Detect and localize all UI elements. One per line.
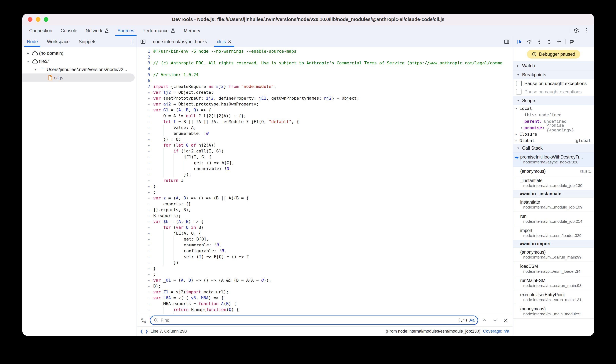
collapse-navigator-icon[interactable]: [138, 37, 148, 46]
code-line[interactable]: -}) : Q;: [137, 136, 513, 142]
code-line[interactable]: -return I: [137, 177, 513, 183]
code-line[interactable]: -B.exports);: [137, 213, 513, 219]
line-number[interactable]: 4: [137, 66, 153, 72]
code-line[interactable]: 5// Version: 1.0.24: [137, 72, 513, 78]
code-line[interactable]: -var z = (A, B) => () => (B || A((B = {: [137, 195, 513, 201]
code-line[interactable]: -enumerable: !0: [137, 166, 513, 172]
line-number[interactable]: -: [137, 289, 153, 295]
callstack-frame[interactable]: loadESMnode:internal/p.../esm_loader:34: [513, 262, 594, 276]
line-number[interactable]: -: [137, 213, 153, 219]
code-line[interactable]: -exports: {}: [137, 201, 513, 207]
code-line[interactable]: -});: [137, 172, 513, 177]
code-lines[interactable]: 1#!/usr/bin/env -S node --no-warnings --…: [137, 47, 513, 314]
callstack-section-header[interactable]: ▾Call Stack: [513, 144, 594, 153]
zoom-window-button[interactable]: [44, 17, 48, 22]
callstack-frame[interactable]: _instantiatenode:internal/m...module_job…: [513, 176, 594, 190]
code-line[interactable]: -;: [137, 271, 513, 277]
callstack-frame[interactable]: importnode:internal/m...esm/loader:329: [513, 226, 594, 240]
line-number[interactable]: -: [137, 236, 153, 242]
code-line[interactable]: -let I = B || !A || !A.__esModule ? jE1(…: [137, 119, 513, 125]
minimize-window-button[interactable]: [36, 17, 40, 22]
callstack-frame[interactable]: (anonymous)node:internal/m...main_module…: [513, 304, 594, 319]
line-number[interactable]: -: [137, 101, 153, 107]
step-out-icon[interactable]: [545, 38, 554, 46]
navigator-tab-workspace[interactable]: Workspace: [42, 36, 74, 47]
code-line[interactable]: -M6A.exports = function A(B) {: [137, 301, 513, 307]
code-line[interactable]: -}: [137, 183, 513, 189]
code-line[interactable]: -get: () => A[G],: [137, 160, 513, 166]
close-find-bar-icon[interactable]: [501, 316, 510, 325]
step-into-icon[interactable]: [535, 38, 544, 46]
line-number[interactable]: -: [137, 125, 153, 130]
code-line[interactable]: -get: B[Q],: [137, 236, 513, 242]
disclosure-triangle-icon[interactable]: ▾: [33, 67, 39, 72]
close-tab-icon[interactable]: ×: [228, 39, 231, 44]
code-line[interactable]: -}).exports, B),: [137, 207, 513, 213]
line-number[interactable]: -: [137, 160, 153, 166]
tree-item--no-domain-[interactable]: ▸(no domain): [22, 49, 137, 57]
code-line[interactable]: -jE1(I, G, {: [137, 154, 513, 160]
deactivate-breakpoints-icon[interactable]: [567, 38, 576, 46]
step-over-icon[interactable]: [525, 38, 534, 46]
line-number[interactable]: -: [137, 154, 153, 160]
line-number[interactable]: 1: [137, 48, 153, 54]
code-line[interactable]: 6: [137, 78, 513, 84]
find-next-icon[interactable]: [491, 316, 499, 325]
disclosure-triangle-icon[interactable]: ▸: [519, 126, 524, 130]
pause-caught-exceptions-row[interactable]: Pause on caught exceptions: [513, 88, 594, 96]
code-line[interactable]: -var G1 = (A, B, Q) => {: [137, 107, 513, 113]
line-number[interactable]: -: [137, 230, 153, 236]
line-number[interactable]: -: [137, 277, 153, 283]
settings-gear-icon[interactable]: [572, 26, 581, 35]
line-number[interactable]: -: [137, 189, 153, 195]
code-line[interactable]: -set: (I) => B[Q] = () => I: [137, 254, 513, 260]
tab-console[interactable]: Console: [56, 25, 81, 36]
tree-item-file-[interactable]: ▾file://: [22, 57, 137, 65]
navigator-tab-snippets[interactable]: Snippets: [74, 36, 101, 47]
callstack-frame[interactable]: runnode:internal/m...module_job:214: [513, 212, 594, 226]
disclosure-triangle-icon[interactable]: ▾: [513, 106, 519, 110]
line-number[interactable]: -: [137, 219, 153, 224]
line-number[interactable]: -: [137, 136, 153, 142]
line-number[interactable]: -: [137, 260, 153, 266]
disclosure-triangle-icon[interactable]: ▾: [25, 59, 31, 64]
callstack-frame[interactable]: runMainESMnode:internal/m...es/run_main:…: [513, 276, 594, 290]
line-number[interactable]: 6: [137, 78, 153, 84]
line-number[interactable]: -: [137, 201, 153, 207]
line-number[interactable]: -: [137, 301, 153, 307]
breakpoints-section-header[interactable]: ▾Breakpoints: [513, 70, 594, 79]
code-line[interactable]: -if (Q === ""): [137, 312, 513, 314]
line-number[interactable]: -: [137, 283, 153, 289]
callstack-frame[interactable]: (anonymous)cli.js:1: [513, 167, 594, 176]
line-number[interactable]: -: [137, 142, 153, 148]
find-input[interactable]: [160, 317, 456, 323]
line-number[interactable]: -: [137, 166, 153, 172]
tab-memory[interactable]: Memory: [180, 25, 204, 36]
code-line[interactable]: -if (!aj2.call(I, G)): [137, 148, 513, 154]
line-number[interactable]: -: [137, 107, 153, 113]
line-number[interactable]: -: [137, 254, 153, 260]
code-line[interactable]: -var lj2 = Object.create;: [137, 89, 513, 95]
code-line[interactable]: -var _01 = (A, B) => () => (A && (B = A(…: [137, 277, 513, 283]
line-number[interactable]: -: [137, 89, 153, 95]
code-line[interactable]: -jE1(A, Q, {: [137, 230, 513, 236]
line-number[interactable]: -: [137, 148, 153, 154]
line-number[interactable]: -: [137, 307, 153, 312]
line-number[interactable]: -: [137, 177, 153, 183]
source-origin-link[interactable]: node:internal/modules/esm/module_job:130: [398, 329, 479, 334]
code-line[interactable]: -}): [137, 260, 513, 266]
code-line[interactable]: 3// (c) Anthropic PBC. All rights reserv…: [137, 60, 513, 66]
tab-performance[interactable]: Performance: [139, 25, 180, 36]
code-line[interactable]: -for (var Q in B): [137, 224, 513, 230]
editor-tab-cli-js[interactable]: cli.js ×: [212, 36, 236, 47]
navigator-tab-node[interactable]: Node: [22, 36, 42, 47]
line-number[interactable]: -: [137, 271, 153, 277]
scope-group-local[interactable]: ▾ Local: [513, 105, 594, 112]
tree-item-cli-js[interactable]: cli.js: [22, 74, 135, 82]
disclosure-triangle-icon[interactable]: ▸: [513, 132, 519, 136]
code-line[interactable]: -var $k = (A, B) => {: [137, 219, 513, 224]
code-line[interactable]: -}: [137, 266, 513, 271]
close-window-button[interactable]: [28, 17, 32, 22]
line-number[interactable]: -: [137, 183, 153, 189]
line-number[interactable]: -: [137, 248, 153, 254]
